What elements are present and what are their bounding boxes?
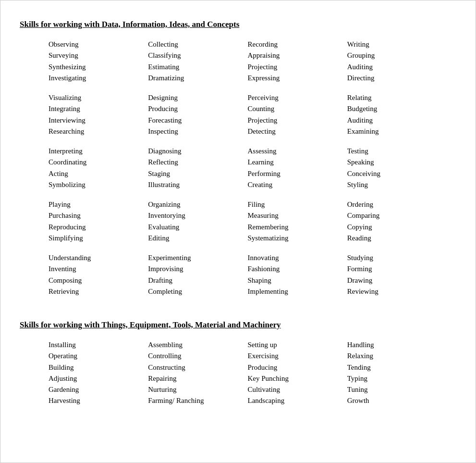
section1-col-0: ObservingSurveyingSynthesizingInvestigat… <box>49 39 148 297</box>
skill-item: Observing <box>49 39 148 50</box>
skill-item: Dramatizing <box>148 73 247 84</box>
skill-item: Forecasting <box>148 115 247 126</box>
skill-item: Innovating <box>248 252 347 263</box>
skill-item: Speaking <box>347 157 447 168</box>
skill-item: Organizing <box>148 199 247 210</box>
skill-item: Conceiving <box>347 168 447 179</box>
skill-item: Appraising <box>248 50 347 61</box>
skill-item: Interviewing <box>49 115 148 126</box>
skill-item: Tending <box>347 362 447 373</box>
skill-item: Growth <box>347 395 447 406</box>
skill-item: Purchasing <box>49 210 148 221</box>
skill-item: Repairing <box>148 373 247 384</box>
section1-block-1-1: DesigningProducingForecastingInspecting <box>148 92 247 137</box>
skill-item: Detecting <box>248 126 347 137</box>
page: Skills for working with Data, Informatio… <box>0 0 476 463</box>
section2-col-3: HandlingRelaxingTendingTypingTuningGrowt… <box>347 339 447 407</box>
skill-item: Perceiving <box>248 92 347 103</box>
skill-item: Interpreting <box>49 146 148 157</box>
skill-item: Relating <box>347 92 447 103</box>
skill-item: Nurturing <box>148 384 247 395</box>
skill-item: Improvising <box>148 263 247 275</box>
skill-item: Evaluating <box>148 222 247 233</box>
section2-block-1-0: AssemblingControllingConstructingRepairi… <box>148 339 247 407</box>
skill-item: Remembering <box>248 222 347 233</box>
skill-item: Estimating <box>148 62 247 73</box>
skill-item: Filing <box>248 199 347 210</box>
skill-item: Installing <box>49 339 148 350</box>
skill-item: Collecting <box>148 39 247 50</box>
skill-item: Constructing <box>148 362 247 373</box>
section1-block-2-1: PerceivingCountingProjectingDetecting <box>248 92 347 137</box>
section1-block-0-3: PlayingPurchasingReproducingSimplifying <box>49 199 148 244</box>
skill-item: Cultivating <box>248 384 347 395</box>
skill-item: Landscaping <box>248 395 347 406</box>
skill-item: Forming <box>347 263 447 275</box>
section2-grid: InstallingOperatingBuildingAdjustingGard… <box>49 339 447 415</box>
skill-item: Projecting <box>248 115 347 126</box>
skill-item: Comparing <box>347 210 447 221</box>
skill-item: Controlling <box>148 350 247 362</box>
section1-block-2-0: RecordingAppraisingProjectingExpressing <box>248 39 347 84</box>
skill-item: Assessing <box>248 146 347 157</box>
skill-item: Investigating <box>49 73 148 84</box>
skill-item: Ordering <box>347 199 447 210</box>
skill-item: Testing <box>347 146 447 157</box>
section1: Skills for working with Data, Informatio… <box>20 20 456 306</box>
skill-item: Illustrating <box>148 179 247 190</box>
skill-item: Building <box>49 362 148 373</box>
skill-item: Playing <box>49 199 148 210</box>
section1-block-3-3: OrderingComparingCopyingReading <box>347 199 447 244</box>
section1-block-1-4: ExperimentingImprovisingDraftingCompleti… <box>148 252 247 297</box>
skill-item: Retrieving <box>49 286 148 297</box>
skill-item: Symbolizing <box>49 179 148 190</box>
skill-item: Tuning <box>347 384 447 395</box>
section1-col-1: CollectingClassifyingEstimatingDramatizi… <box>148 39 247 297</box>
skill-item: Researching <box>49 126 148 137</box>
skill-item: Drafting <box>148 275 247 286</box>
skill-item: Learning <box>248 157 347 168</box>
section1-col-2: RecordingAppraisingProjectingExpressingP… <box>248 39 347 297</box>
skill-item: Designing <box>148 92 247 103</box>
skill-item: Studying <box>347 252 447 263</box>
skill-item: Budgeting <box>347 103 447 114</box>
section1-title: Skills for working with Data, Informatio… <box>20 20 456 29</box>
section1-block-0-1: VisualizingIntegratingInterviewingResear… <box>49 92 148 137</box>
skill-item: Reflecting <box>148 157 247 168</box>
section2-block-0-0: InstallingOperatingBuildingAdjustingGard… <box>49 339 148 407</box>
skill-item: Gardening <box>49 384 148 395</box>
skill-item: Writing <box>347 39 447 50</box>
skill-item: Reviewing <box>347 286 447 297</box>
skill-item: Inventing <box>49 263 148 275</box>
section1-block-1-3: OrganizingInventoryingEvaluatingEditing <box>148 199 247 244</box>
skill-item: Adjusting <box>49 373 148 384</box>
skill-item: Setting up <box>248 339 347 350</box>
skill-item: Directing <box>347 73 447 84</box>
section1-block-3-4: StudyingFormingDrawingReviewing <box>347 252 447 297</box>
section1-block-3-2: TestingSpeakingConceivingStyling <box>347 146 447 190</box>
section2-block-2-0: Setting upExercisingProducingKey Punchin… <box>248 339 347 407</box>
skill-item: Examining <box>347 126 447 137</box>
skill-item: Styling <box>347 179 447 190</box>
skill-item: Auditing <box>347 62 447 73</box>
skill-item: Acting <box>49 168 148 179</box>
skill-item: Surveying <box>49 50 148 61</box>
skill-item: Producing <box>248 362 347 373</box>
skill-item: Reproducing <box>49 222 148 233</box>
section2-col-1: AssemblingControllingConstructingRepairi… <box>148 339 247 407</box>
skill-item: Fashioning <box>248 263 347 275</box>
skill-item: Key Punching <box>248 373 347 384</box>
skill-item: Composing <box>49 275 148 286</box>
skill-item: Implementing <box>248 286 347 297</box>
section2-col-2: Setting upExercisingProducingKey Punchin… <box>248 339 347 407</box>
skill-item: Auditing <box>347 115 447 126</box>
skill-item: Projecting <box>248 62 347 73</box>
skill-item: Systematizing <box>248 233 347 244</box>
skill-item: Typing <box>347 373 447 384</box>
section1-block-3-0: WritingGroupingAuditingDirecting <box>347 39 447 84</box>
section1-block-2-2: AssessingLearningPerformingCreating <box>248 146 347 190</box>
section1-block-2-4: InnovatingFashioningShapingImplementing <box>248 252 347 297</box>
skill-item: Performing <box>248 168 347 179</box>
skill-item: Visualizing <box>49 92 148 103</box>
skill-item: Relaxing <box>347 350 447 362</box>
